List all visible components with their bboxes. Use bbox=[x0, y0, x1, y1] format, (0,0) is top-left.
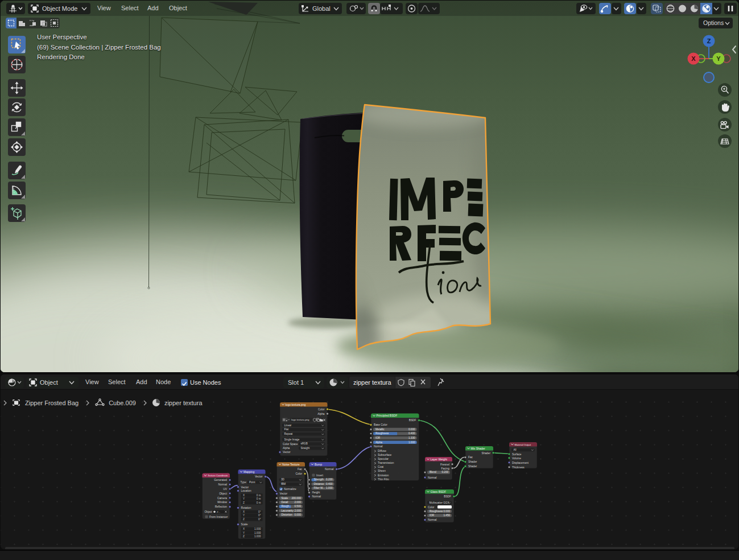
svg-text:Specular: Specular bbox=[378, 458, 389, 460]
svg-text:UV: UV bbox=[223, 488, 227, 491]
svg-text:Layer Weight: Layer Weight bbox=[431, 458, 448, 461]
svg-text:Normal: Normal bbox=[428, 476, 436, 479]
svg-text:Z: Z bbox=[707, 38, 711, 44]
svg-text:Mapping: Mapping bbox=[243, 470, 254, 473]
svg-text:Straight: Straight bbox=[301, 447, 311, 450]
svg-text:0.000: 0.000 bbox=[408, 428, 415, 431]
svg-text:Distortion: Distortion bbox=[282, 513, 293, 516]
svg-text:Sheen: Sheen bbox=[378, 470, 386, 472]
svg-text:Noise Texture: Noise Texture bbox=[282, 463, 300, 466]
svg-text:Alpha: Alpha bbox=[375, 441, 382, 444]
svg-text:Y: Y bbox=[243, 497, 245, 500]
svg-text:Y: Y bbox=[243, 514, 245, 517]
svg-text:Vector: Vector bbox=[280, 492, 288, 495]
svg-text:Object: Object bbox=[219, 492, 228, 495]
svg-text:Fresnel: Fresnel bbox=[440, 463, 449, 466]
svg-text:1.000: 1.000 bbox=[408, 441, 415, 444]
svg-text:Base Color: Base Color bbox=[374, 423, 387, 426]
svg-text:Camera: Camera bbox=[217, 497, 227, 500]
svg-text:Vector: Vector bbox=[255, 475, 263, 478]
svg-text:Blend: Blend bbox=[430, 471, 436, 473]
svg-text:0 m: 0 m bbox=[257, 501, 261, 504]
svg-text:Window: Window bbox=[217, 501, 228, 504]
svg-text:1.450: 1.450 bbox=[444, 514, 451, 517]
svg-text:0°: 0° bbox=[258, 510, 261, 513]
svg-text:Reflection: Reflection bbox=[215, 505, 228, 508]
svg-text:0.000: 0.000 bbox=[295, 513, 302, 516]
svg-text:From Instancer: From Instancer bbox=[209, 516, 228, 518]
svg-text:Scale: Scale bbox=[282, 497, 288, 500]
svg-text:Subsurface: Subsurface bbox=[378, 454, 392, 456]
svg-text:X: X bbox=[243, 494, 245, 497]
svg-text:Color Space: Color Space bbox=[283, 443, 298, 446]
svg-text:Mix Shader: Mix Shader bbox=[471, 447, 486, 450]
svg-text:Scale: Scale bbox=[241, 523, 248, 526]
svg-text:Generated: Generated bbox=[214, 479, 227, 481]
svg-text:Lacunarity: Lacunarity bbox=[282, 509, 294, 512]
svg-text:Y: Y bbox=[716, 55, 721, 62]
svg-text:Z...: Z... bbox=[217, 510, 220, 513]
svg-text:Repeat: Repeat bbox=[284, 433, 294, 435]
svg-text:Location: Location bbox=[241, 489, 251, 492]
svg-text:Surface: Surface bbox=[512, 453, 522, 456]
svg-text:fBM: fBM bbox=[281, 483, 286, 485]
svg-text:Flat: Flat bbox=[284, 428, 289, 431]
svg-text:Emission: Emission bbox=[378, 474, 389, 477]
svg-text:Height: Height bbox=[312, 491, 321, 494]
svg-text:0 m: 0 m bbox=[257, 497, 261, 500]
svg-text:2.000: 2.000 bbox=[295, 501, 302, 504]
svg-text:X: X bbox=[691, 55, 696, 62]
svg-text:Z: Z bbox=[243, 535, 245, 538]
svg-text:200.000: 200.000 bbox=[291, 497, 301, 500]
svg-text:Alpha: Alpha bbox=[317, 413, 325, 415]
svg-text:Displacement: Displacement bbox=[512, 462, 529, 464]
svg-text:BSDF: BSDF bbox=[409, 419, 416, 422]
svg-text:Z: Z bbox=[243, 518, 245, 521]
svg-text:0.200: 0.200 bbox=[326, 478, 333, 481]
svg-text:Filter W...: Filter W... bbox=[314, 487, 325, 489]
svg-text:1.000: 1.000 bbox=[254, 535, 261, 538]
svg-text:Normal: Normal bbox=[312, 495, 321, 498]
svg-text:Single Image: Single Image bbox=[284, 438, 300, 441]
svg-text:Vector: Vector bbox=[241, 486, 249, 489]
svg-text:Normal: Normal bbox=[428, 518, 436, 521]
svg-text:0.400: 0.400 bbox=[408, 432, 415, 435]
svg-text:IOR: IOR bbox=[430, 514, 435, 517]
svg-text:1.000: 1.000 bbox=[254, 532, 261, 534]
svg-text:Principled BSDF: Principled BSDF bbox=[377, 414, 398, 417]
svg-text:0°: 0° bbox=[258, 518, 261, 521]
svg-text:X: X bbox=[243, 528, 245, 530]
svg-text:Coat: Coat bbox=[378, 466, 384, 468]
svg-text:Normal: Normal bbox=[218, 483, 227, 486]
svg-text:Normalize: Normalize bbox=[284, 488, 296, 491]
svg-text:Thickness: Thickness bbox=[512, 466, 525, 469]
svg-text:Detail: Detail bbox=[282, 501, 288, 504]
svg-text:Color: Color bbox=[296, 472, 303, 475]
svg-text:3D: 3D bbox=[281, 478, 285, 481]
svg-text:IOR: IOR bbox=[375, 437, 381, 439]
svg-text:Invert: Invert bbox=[316, 474, 324, 477]
svg-text:BSDF: BSDF bbox=[444, 495, 451, 498]
svg-text:Facing: Facing bbox=[441, 467, 450, 470]
svg-text:Shader: Shader bbox=[468, 465, 477, 468]
svg-text:Linear: Linear bbox=[284, 424, 292, 427]
svg-text:logo textura.png: logo textura.png bbox=[291, 418, 309, 421]
svg-text:Rough...: Rough... bbox=[282, 505, 291, 508]
svg-text:Glass BSDF: Glass BSDF bbox=[431, 490, 447, 493]
svg-text:Fac: Fac bbox=[468, 456, 473, 459]
svg-text:1.330: 1.330 bbox=[408, 437, 415, 439]
svg-text:Shader: Shader bbox=[482, 452, 491, 455]
svg-text:Roughness: Roughness bbox=[375, 432, 389, 435]
svg-text:Color: Color bbox=[428, 506, 435, 509]
svg-text:Point: Point bbox=[249, 481, 255, 484]
svg-text:Distance: Distance bbox=[314, 483, 324, 485]
svg-text:2.000: 2.000 bbox=[295, 509, 302, 512]
svg-text:Strength: Strength bbox=[314, 478, 324, 481]
svg-text:1.000: 1.000 bbox=[254, 528, 261, 530]
svg-text:Volume: Volume bbox=[512, 457, 521, 460]
svg-text:Normal: Normal bbox=[325, 468, 333, 471]
svg-text:Roughness: Roughness bbox=[430, 510, 443, 513]
svg-text:Vector: Vector bbox=[283, 451, 291, 454]
svg-text:Thin Film: Thin Film bbox=[378, 478, 389, 481]
svg-text:Fac: Fac bbox=[298, 468, 303, 471]
